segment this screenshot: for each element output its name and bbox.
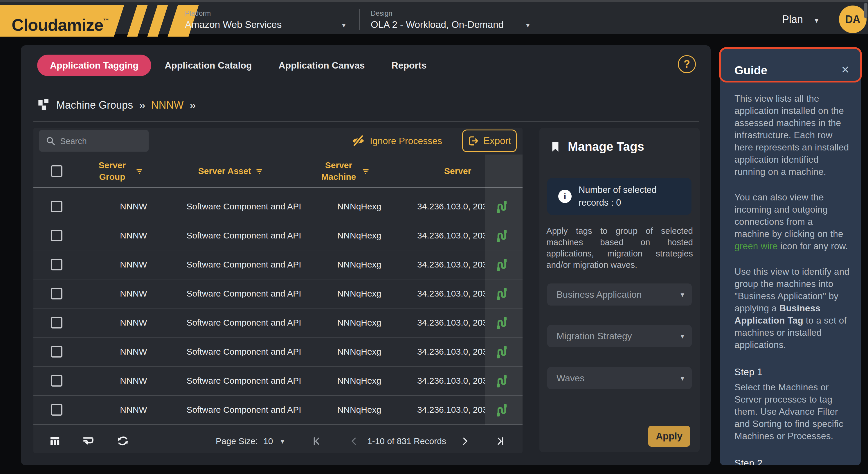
row-checkbox[interactable] [51,201,62,212]
cell-server-group: NNNW [100,366,167,395]
applications-table-panel: Ignore Processes Export Server Group [33,128,523,453]
close-icon[interactable]: × [841,62,849,77]
filter-icon[interactable] [362,167,370,175]
first-page-button[interactable] [311,436,322,447]
design-selector[interactable]: Design OLA 2 - Workload, On-Demand ▾ [371,2,545,37]
previous-page-button[interactable] [348,436,360,447]
tab-application-tagging[interactable]: Application Tagging [37,55,151,76]
chevron-down-icon[interactable]: ▾ [281,437,284,446]
chevron-down-icon: ▾ [680,291,684,299]
cell-server-ip: 34.236.103.0, 203.24 [417,250,485,279]
filter-icon[interactable] [255,167,263,175]
last-page-button[interactable] [494,436,505,447]
guide-step1-title: Step 1 [735,366,850,378]
page-size-label: Page Size: [216,436,258,446]
trademark-symbol: ™ [103,18,109,24]
cell-server-asset: Software Component and API [184,366,303,395]
apply-button[interactable]: Apply [648,426,690,447]
logo-stripe [127,5,148,37]
divider [33,121,699,122]
app-window: Cloudamize™ Platform Amazon Web Services… [0,0,868,474]
chevron-down-icon[interactable]: ▾ [342,21,346,29]
wire-connections-icon[interactable] [494,258,508,272]
refresh-icon[interactable] [116,435,129,447]
wire-connections-icon[interactable] [494,374,508,388]
chevron-down-icon[interactable]: ▾ [526,21,530,29]
wire-connections-icon[interactable] [494,316,508,330]
ignore-processes-button[interactable]: Ignore Processes [351,132,442,150]
manage-tags-panel: Manage Tags i Number of selected records… [539,128,700,452]
row-checkbox[interactable] [51,346,62,358]
tab-bar: Application Tagging Application Catalog … [37,55,440,76]
design-label: Design [371,9,393,18]
page-size-value[interactable]: 10 [263,436,273,446]
wire-connections-icon[interactable] [494,200,508,214]
filter-icon[interactable] [135,167,144,175]
tab-application-catalog[interactable]: Application Catalog [151,55,265,76]
tab-application-canvas[interactable]: Application Canvas [265,55,378,76]
chevron-down-icon: ▾ [680,332,684,340]
platform-selector[interactable]: Platform Amazon Web Services ▾ [185,2,359,37]
avatar[interactable]: DA [839,5,867,33]
row-checkbox[interactable] [51,259,62,270]
brand-wordmark: Cloudamize™ [11,5,109,37]
row-checkbox[interactable] [51,404,62,416]
row-checkbox[interactable] [51,288,62,299]
tab-reports[interactable]: Reports [378,55,440,76]
machine-groups-icon [37,98,51,112]
platform-value: Amazon Web Services [185,19,282,30]
topbar-divider [360,9,360,30]
column-header-server-asset[interactable]: Server Asset [173,154,289,188]
column-header-server-group[interactable]: Server Group [84,154,152,188]
breadcrumb: Machine Groups » NNNW » [37,96,196,114]
export-button[interactable]: Export [462,129,517,152]
top-bar: Cloudamize™ Platform Amazon Web Services… [0,0,868,34]
breadcrumb-separator: » [139,99,145,112]
wire-connections-icon[interactable] [494,345,508,359]
row-checkbox[interactable] [51,317,62,328]
manage-tags-title: Manage Tags [568,140,644,154]
column-header-server-ip[interactable]: Server [444,154,491,188]
guide-step2-title: Step 2 [735,457,850,465]
wrap-text-icon[interactable] [82,435,94,447]
waves-dropdown[interactable]: Waves ▾ [547,367,692,389]
business-application-dropdown[interactable]: Business Application ▾ [547,284,692,305]
select-all-checkbox[interactable] [51,165,62,177]
search-box [39,130,149,152]
design-value: OLA 2 - Workload, On-Demand [371,19,504,30]
next-page-button[interactable] [460,436,471,447]
main-content-card: Application Tagging Application Catalog … [21,45,711,465]
page-scrollbar[interactable] [864,3,867,18]
migration-strategy-dropdown[interactable]: Migration Strategy ▾ [547,325,692,347]
breadcrumb-group-nnnw[interactable]: NNNW [151,99,183,111]
chevron-down-icon[interactable]: ▾ [814,16,819,25]
cell-server-group: NNNW [100,250,167,279]
columns-icon[interactable] [49,435,61,447]
cell-server-machine: NNNqHexg [321,337,398,366]
guide-panel: Guide × This view lists all the applicat… [720,49,861,465]
wire-connections-icon[interactable] [494,403,508,417]
cell-server-asset: Software Component and API [184,221,303,250]
cell-server-ip: 34.236.103.0, 203.24 [417,308,485,337]
wire-connections-icon[interactable] [494,229,508,243]
cell-server-asset: Software Component and API [184,337,303,366]
search-input[interactable] [60,130,145,152]
table-row: NNNW Software Component and API NNNqHexg… [33,221,523,250]
cell-server-asset: Software Component and API [184,192,303,221]
breadcrumb-machine-groups[interactable]: Machine Groups [56,99,133,111]
cell-server-asset: Software Component and API [184,250,303,279]
row-checkbox[interactable] [51,375,62,387]
row-checkbox[interactable] [51,230,62,241]
table-row: NNNW Software Component and API NNNqHexg… [33,366,523,395]
cell-server-ip: 34.236.103.0, 203.24 [417,221,485,250]
help-button[interactable]: ? [678,55,696,73]
guide-paragraph: This view lists all the application inst… [735,92,850,178]
table-row: NNNW Software Component and API NNNqHexg… [33,279,523,308]
table-row: NNNW Software Component and API NNNqHexg… [33,337,523,366]
cell-server-asset: Software Component and API [184,279,303,308]
wire-connections-icon[interactable] [494,287,508,301]
cell-server-asset: Software Component and API [184,395,303,424]
table-row: NNNW Software Component and API NNNqHexg… [33,192,523,221]
plan-menu[interactable]: Plan [782,13,803,26]
column-header-server-machine[interactable]: Server Machine [299,154,391,188]
